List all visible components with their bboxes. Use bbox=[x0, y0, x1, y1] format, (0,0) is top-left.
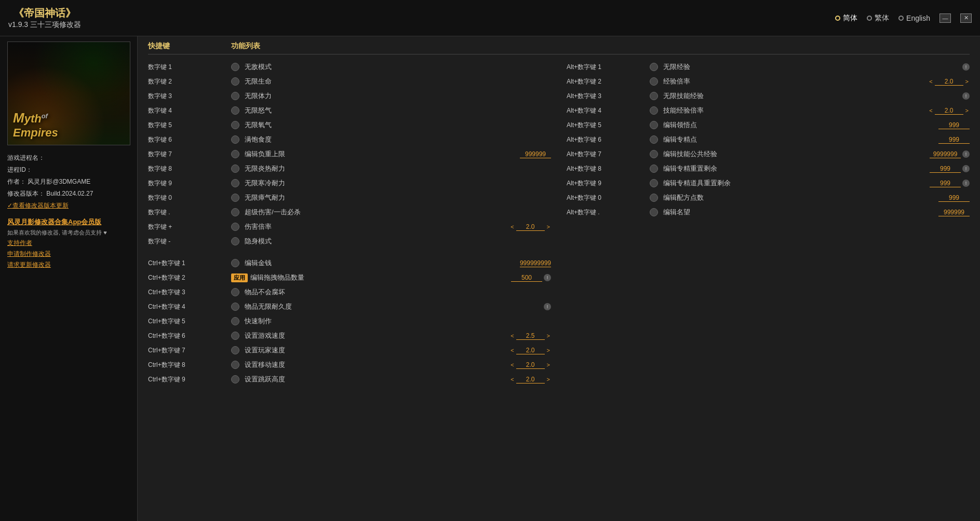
ctrl-info-2[interactable]: ! bbox=[544, 274, 551, 281]
radio-simplified bbox=[835, 16, 840, 21]
toggle-1[interactable] bbox=[231, 63, 239, 71]
right-value-6[interactable]: 999 bbox=[938, 136, 970, 144]
apply-button[interactable]: 应用 bbox=[231, 273, 248, 282]
ctrl-toggle-9[interactable] bbox=[231, 375, 239, 383]
right-arrow-left-2[interactable]: < bbox=[928, 78, 933, 85]
right-arrow-right-2[interactable]: > bbox=[964, 78, 970, 85]
right-label-4: 技能经验倍率 bbox=[663, 106, 928, 115]
arrow-left-12[interactable]: < bbox=[509, 224, 515, 230]
ctrl-row-3: Ctrl+数字键 3 物品不会腐坏 bbox=[148, 285, 551, 299]
ctrl-row-4: Ctrl+数字键 4 物品无限耐久度 ! bbox=[148, 299, 551, 314]
ctrl-toggle-5[interactable] bbox=[231, 317, 239, 325]
right-toggle-11[interactable] bbox=[650, 208, 658, 216]
toggle-12[interactable] bbox=[231, 223, 239, 231]
ctrl-arrow-right-6[interactable]: > bbox=[546, 333, 551, 339]
game-title: 《帝国神话》 bbox=[14, 6, 76, 20]
support-author-link[interactable]: 支持作者 bbox=[7, 239, 130, 248]
lang-english[interactable]: English bbox=[898, 14, 930, 22]
right-value-4[interactable]: 2.0 bbox=[935, 107, 963, 115]
ctrl-arrow-right-9[interactable]: > bbox=[546, 376, 551, 382]
toggle-5[interactable] bbox=[231, 121, 239, 129]
value-12[interactable]: 2.0 bbox=[516, 223, 545, 231]
right-value-7[interactable]: 9999999 bbox=[930, 150, 961, 158]
right-shortcut-7: Alt+数字键 7 bbox=[567, 150, 650, 159]
check-update-link[interactable]: ✓查看修改器版本更新 bbox=[7, 201, 130, 210]
process-name-row: 游戏进程名： bbox=[7, 154, 130, 162]
ctrl-value-9[interactable]: 2.0 bbox=[516, 376, 545, 383]
ctrl-toggle-8[interactable] bbox=[231, 361, 239, 369]
right-toggle-5[interactable] bbox=[650, 121, 658, 129]
lang-traditional[interactable]: 繁体 bbox=[867, 13, 889, 23]
shortcut-10: 数字键 0 bbox=[148, 194, 231, 202]
minimize-button[interactable]: — bbox=[939, 13, 951, 23]
ctrl-value-7[interactable]: 2.0 bbox=[516, 347, 545, 354]
right-toggle-8[interactable] bbox=[650, 164, 658, 173]
right-row-4: Alt+数字键 4 技能经验倍率 < 2.0 > bbox=[567, 103, 970, 118]
right-toggle-6[interactable] bbox=[650, 135, 658, 144]
arrow-right-12[interactable]: > bbox=[546, 224, 551, 230]
lang-simplified[interactable]: 简体 bbox=[835, 13, 857, 23]
right-row-3: Alt+数字键 3 无限技能经验 ! bbox=[567, 89, 970, 103]
right-value-9[interactable]: 999 bbox=[930, 180, 961, 187]
right-info-3[interactable]: ! bbox=[962, 92, 970, 100]
toggle-8[interactable] bbox=[231, 164, 239, 173]
ctrl-row-7: Ctrl+数字键 7 设置玩家速度 < 2.0 > bbox=[148, 343, 551, 358]
ctrl-value-1[interactable]: 999999999 bbox=[520, 259, 551, 267]
ctrl-value-8[interactable]: 2.0 bbox=[516, 361, 545, 369]
right-info-9[interactable]: ! bbox=[962, 180, 970, 187]
toggle-11[interactable] bbox=[231, 208, 239, 216]
right-info-8[interactable]: ! bbox=[962, 165, 970, 172]
right-shortcut-2: Alt+数字键 2 bbox=[567, 77, 650, 86]
ctrl-arrow-left-7[interactable]: < bbox=[509, 347, 515, 353]
ctrl-value-2[interactable]: 500 bbox=[511, 274, 542, 282]
right-arrow-right-4[interactable]: > bbox=[964, 107, 970, 114]
right-value-5[interactable]: 999 bbox=[938, 121, 970, 129]
ctrl-arrow-right-7[interactable]: > bbox=[546, 347, 551, 353]
toggle-6[interactable] bbox=[231, 135, 239, 144]
right-value-2[interactable]: 2.0 bbox=[935, 78, 963, 86]
ctrl-row-2: Ctrl+数字键 2 应用 编辑拖拽物品数量 500 ! bbox=[148, 270, 551, 285]
right-value-8[interactable]: 999 bbox=[930, 165, 961, 173]
version-value: Build.2024.02.27 bbox=[46, 190, 93, 197]
ctrl-arrow-left-8[interactable]: < bbox=[509, 362, 515, 368]
right-toggle-4[interactable] bbox=[650, 106, 658, 115]
toggle-13[interactable] bbox=[231, 237, 239, 245]
value-7[interactable]: 999999 bbox=[520, 150, 551, 158]
app-link[interactable]: 风灵月影修改器合集App会员版 bbox=[7, 217, 130, 227]
close-button[interactable]: ✕ bbox=[960, 13, 972, 23]
ctrl-arrow-left-9[interactable]: < bbox=[509, 376, 515, 382]
ctrl-toggle-6[interactable] bbox=[231, 332, 239, 340]
ctrl-arrow-left-6[interactable]: < bbox=[509, 333, 515, 339]
toggle-4[interactable] bbox=[231, 106, 239, 115]
right-label-9: 编辑专精道具重置剩余 bbox=[663, 179, 928, 188]
ctrl-toggle-4[interactable] bbox=[231, 303, 239, 311]
right-value-10[interactable]: 999 bbox=[938, 194, 970, 202]
right-row-6: Alt+数字键 6 编辑专精点 999 bbox=[567, 132, 970, 147]
radio-traditional bbox=[867, 16, 872, 21]
toggle-10[interactable] bbox=[231, 194, 239, 202]
right-toggle-7[interactable] bbox=[650, 150, 658, 158]
ctrl-arrow-right-8[interactable]: > bbox=[546, 362, 551, 368]
ctrl-toggle-3[interactable] bbox=[231, 288, 239, 296]
right-toggle-10[interactable] bbox=[650, 194, 658, 202]
ctrl-info-4[interactable]: ! bbox=[544, 303, 551, 310]
right-toggle-1[interactable] bbox=[650, 63, 658, 71]
right-info-7[interactable]: ! bbox=[962, 150, 970, 158]
right-value-11[interactable]: 999999 bbox=[938, 209, 970, 216]
toggle-7[interactable] bbox=[231, 150, 239, 158]
request-trainer-link[interactable]: 申请制作修改器 bbox=[7, 250, 130, 258]
right-arrow-left-4[interactable]: < bbox=[928, 107, 933, 114]
right-toggle-9[interactable] bbox=[650, 179, 658, 187]
toggle-9[interactable] bbox=[231, 179, 239, 187]
request-update-link[interactable]: 请求更新修改器 bbox=[7, 260, 130, 269]
toggle-3[interactable] bbox=[231, 92, 239, 100]
ctrl-value-6[interactable]: 2.5 bbox=[516, 332, 545, 340]
right-toggle-3[interactable] bbox=[650, 92, 658, 100]
label-2: 无限生命 bbox=[245, 77, 551, 86]
shortcut-header: 快捷键 bbox=[148, 42, 231, 51]
right-info-1[interactable]: ! bbox=[962, 63, 970, 71]
toggle-2[interactable] bbox=[231, 77, 239, 86]
right-toggle-2[interactable] bbox=[650, 77, 658, 86]
ctrl-toggle-1[interactable] bbox=[231, 259, 239, 267]
ctrl-toggle-7[interactable] bbox=[231, 346, 239, 354]
